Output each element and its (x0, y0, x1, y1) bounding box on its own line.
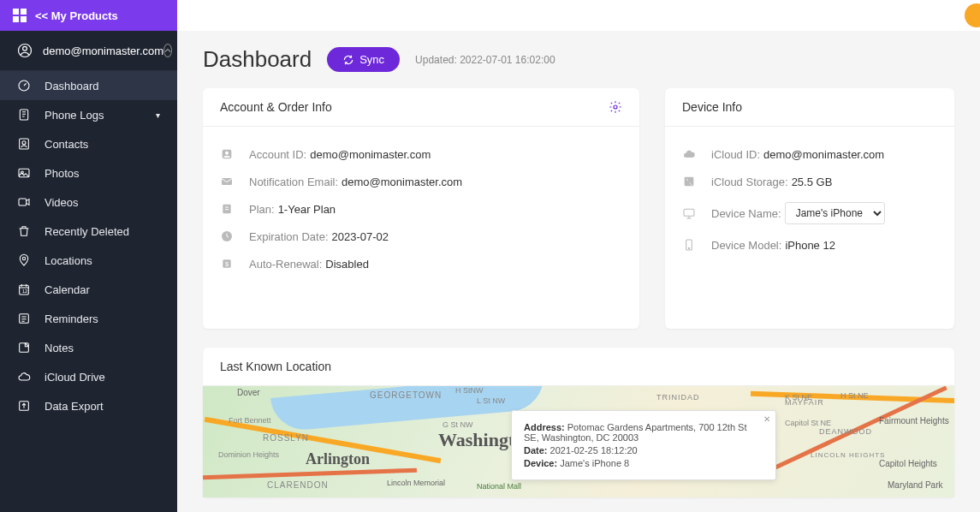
svg-point-31 (688, 247, 689, 248)
cloud-icon (17, 370, 33, 384)
device-name-select[interactable]: Jame's iPhone (785, 202, 885, 224)
nav-list: Dashboard Phone Logs ▾ Contacts Photos V… (0, 71, 177, 420)
map-area-label: LINCOLN HEIGHTS (811, 451, 885, 459)
svg-rect-23 (223, 205, 230, 214)
monitor-icon (682, 206, 699, 220)
nav-locations[interactable]: Locations (0, 246, 177, 275)
svg-point-28 (686, 179, 688, 181)
svg-rect-1 (21, 9, 27, 15)
nav-recently-deleted[interactable]: Recently Deleted (0, 217, 177, 246)
popup-close-icon[interactable]: ✕ (763, 414, 770, 424)
map-area-label: TRINIDAD (656, 393, 700, 402)
sync-button[interactable]: Sync (327, 47, 400, 72)
icloud-id-row: iCloud ID: demo@monimaster.com (682, 140, 937, 168)
trash-icon (17, 224, 33, 238)
svg-rect-29 (684, 209, 694, 216)
map-area-label: Dominion Heights (218, 450, 279, 459)
map-city-label: Arlington (306, 450, 370, 468)
auto-renewal-row: $ Auto-Renewal: Disabled (220, 250, 622, 277)
svg-rect-12 (19, 199, 27, 205)
svg-rect-17 (20, 343, 29, 353)
location-card: Last Known Location Arlington Washington… (203, 348, 954, 497)
sidebar-user[interactable]: demo@monimaster.com (0, 31, 177, 71)
export-icon (17, 399, 33, 413)
location-popup: ✕ Address: Potomac Gardens Apartments, 7… (511, 410, 776, 480)
cloud-icon (682, 147, 699, 161)
notes-icon (17, 341, 33, 354)
nav-videos[interactable]: Videos (0, 188, 177, 217)
person-icon (220, 147, 237, 161)
map-area-label: CLARENDON (267, 480, 329, 490)
svg-point-5 (23, 46, 27, 51)
gear-icon[interactable] (609, 100, 622, 114)
svg-rect-8 (20, 139, 29, 149)
nav-icloud-drive[interactable]: iCloud Drive (0, 362, 177, 391)
back-label: << My Products (35, 9, 118, 22)
user-icon (17, 43, 33, 58)
map-area-label: Lincoln Memorial (387, 479, 445, 487)
user-email: demo@monimaster.com (43, 45, 163, 57)
calendar-icon: 12 (17, 283, 33, 296)
location-icon (17, 253, 33, 267)
device-card: Device Info iCloud ID: demo@monimaster.c… (665, 88, 954, 329)
app-logo-icon (13, 9, 27, 22)
map-area-label: Fairmount Heights (879, 416, 949, 426)
videos-icon (17, 195, 33, 209)
user-avatar[interactable] (965, 3, 980, 27)
chevron-up-icon (163, 44, 172, 57)
map-area-label: H StNW (455, 386, 484, 395)
map-area-label: Maryland Park (888, 480, 942, 490)
svg-text:12: 12 (22, 289, 27, 294)
chevron-down-icon: ▾ (156, 110, 160, 120)
svg-rect-2 (13, 16, 19, 22)
device-card-title: Device Info (682, 100, 742, 114)
photos-icon (17, 166, 33, 180)
plan-icon (220, 202, 237, 216)
phone-logs-icon (17, 108, 33, 122)
map[interactable]: Arlington Washington Dover GEORGETOWN RO… (203, 386, 954, 497)
page-header: Dashboard Sync Updated: 2022-07-01 16:02… (203, 46, 954, 73)
expiration-row: Expiration Date: 2023-07-02 (220, 223, 622, 250)
nav-contacts[interactable]: Contacts (0, 129, 177, 158)
nav-data-export[interactable]: Data Export (0, 391, 177, 420)
device-name-row: Device Name: Jame's iPhone (682, 195, 937, 231)
nav-notes[interactable]: Notes (0, 333, 177, 362)
notification-email-row: Notification Email: demo@monimaster.com (220, 168, 622, 195)
svg-point-13 (22, 257, 25, 259)
main-content: Dashboard Sync Updated: 2022-07-01 16:02… (177, 0, 980, 512)
svg-rect-27 (685, 177, 694, 187)
map-area-label: DEANWOOD (819, 427, 872, 436)
plan-row: Plan: 1-Year Plan (220, 195, 622, 223)
svg-rect-3 (21, 16, 27, 22)
back-to-products[interactable]: << My Products (0, 0, 177, 31)
map-area-label: Capitol St NE (785, 419, 831, 427)
nav-phone-logs[interactable]: Phone Logs ▾ (0, 100, 177, 129)
account-card-title: Account & Order Info (220, 100, 332, 114)
map-area-label: Fort Bennett (229, 416, 271, 425)
location-card-title: Last Known Location (203, 348, 954, 386)
phone-icon (682, 238, 699, 252)
svg-rect-7 (20, 110, 27, 120)
icloud-storage-row: iCloud Storage: 25.5 GB (682, 168, 937, 195)
device-model-row: Device Model: iPhone 12 (682, 231, 937, 259)
nav-calendar[interactable]: 12 Calendar (0, 275, 177, 304)
page-title: Dashboard (203, 46, 312, 73)
nav-photos[interactable]: Photos (0, 158, 177, 188)
sync-icon (342, 54, 354, 66)
svg-point-9 (22, 141, 26, 145)
svg-point-21 (225, 152, 229, 155)
nav-reminders[interactable]: Reminders (0, 304, 177, 333)
account-card: Account & Order Info Account ID: demo@mo… (203, 88, 639, 329)
nav-dashboard[interactable]: Dashboard (0, 71, 177, 100)
map-area-label: MAYFAIR (785, 398, 824, 407)
map-area-label: ROSSLYN (263, 433, 309, 443)
reminders-icon (17, 312, 33, 325)
svg-rect-0 (13, 9, 19, 15)
map-area-label: G St NW (442, 420, 473, 429)
map-area-label: National Mall (477, 482, 521, 491)
svg-text:$: $ (225, 260, 229, 268)
clock-icon (220, 229, 237, 243)
mail-icon (220, 175, 237, 188)
topbar (177, 0, 980, 31)
map-area-label: Capitol Heights (879, 459, 937, 468)
